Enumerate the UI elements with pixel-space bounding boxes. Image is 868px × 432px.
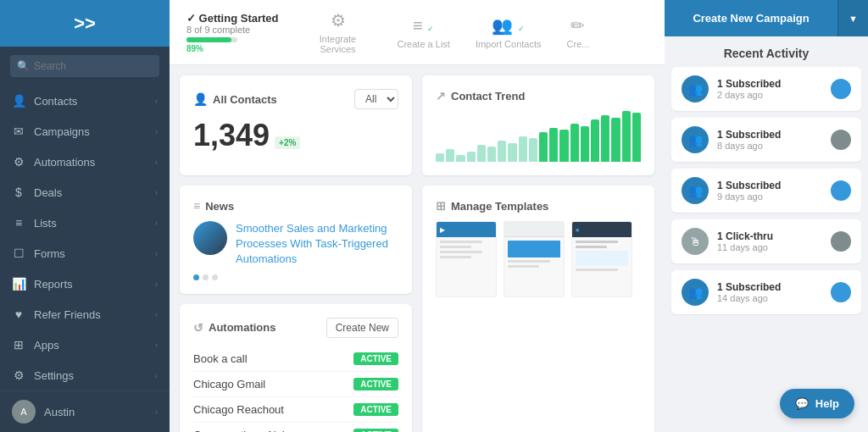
automation-name-2: Chicago Gmail — [193, 378, 265, 390]
sidebar-item-settings[interactable]: ⚙ Settings › — [0, 360, 170, 390]
sidebar-search-container: 🔍 — [0, 47, 170, 86]
trend-bar — [581, 126, 589, 162]
trend-bar — [487, 147, 496, 162]
refer-label: Refer Friends — [34, 308, 101, 321]
activity-avatar-4 — [831, 231, 851, 252]
sidebar-logo[interactable]: >> — [0, 0, 170, 47]
gs-step-create[interactable]: ✏ Cre... — [567, 15, 590, 49]
apps-label: Apps — [34, 339, 59, 352]
activity-info-1: 1 Subscribed 2 days ago — [717, 78, 822, 100]
activity-info-5: 1 Subscribed 14 days ago — [717, 281, 822, 303]
automations-label: Automations — [34, 156, 95, 169]
trend-bar — [467, 152, 476, 162]
integrate-label: Integrate Services — [304, 34, 372, 54]
activity-type-2: 1 Subscribed — [717, 129, 822, 141]
activity-time-3: 9 days ago — [717, 191, 822, 202]
news-content: Smoother Sales and Marketing Processes W… — [193, 221, 398, 268]
help-label: Help — [815, 397, 839, 410]
template-thumb-3[interactable]: ■ — [571, 221, 632, 297]
automation-item-4: Conversations Alpha ACTIVE — [193, 423, 398, 432]
automation-name-3: Chicago Reachout — [193, 403, 284, 416]
getting-started-info: ✓ Getting Started 8 of 9 complete 89% — [186, 12, 279, 53]
contacts-filter-select[interactable]: All — [354, 89, 398, 109]
activity-icon-1: 👥 — [682, 75, 709, 102]
sidebar-item-apps[interactable]: ⊞ Apps › — [0, 330, 170, 360]
gs-step-integrate[interactable]: ⚙ Integrate Services — [304, 10, 372, 54]
automations-card: ↺ Automations Create New Book a call ACT… — [180, 304, 412, 432]
news-dots — [193, 274, 398, 280]
progress-fill — [186, 37, 231, 42]
lists-icon: ≡ — [12, 216, 25, 230]
trend-bar — [498, 141, 506, 162]
sidebar-user[interactable]: A Austin › — [0, 390, 170, 432]
campaigns-label: Campaigns — [34, 125, 90, 138]
integrate-icon: ⚙ — [331, 10, 346, 30]
news-dot-2[interactable] — [203, 274, 209, 280]
activity-item-2: 👥 1 Subscribed 8 days ago — [671, 118, 861, 162]
template-thumb-1[interactable]: ▶ — [436, 221, 497, 297]
activity-avatar-2 — [831, 130, 851, 150]
forms-label: Forms — [34, 247, 65, 260]
deals-chevron-icon: › — [155, 188, 158, 197]
sidebar-item-forms[interactable]: ☐ Forms › — [0, 238, 170, 269]
create-list-icon: ≡ ✓ — [413, 16, 434, 36]
news-dot-3[interactable] — [212, 274, 218, 280]
activity-icon-5: 👥 — [682, 279, 709, 306]
trend-bar — [446, 149, 454, 162]
trend-bar — [477, 145, 486, 162]
activity-type-5: 1 Subscribed — [717, 281, 822, 293]
templates-icon: ⊞ — [436, 199, 446, 213]
automations-card-title: Automations — [209, 321, 275, 334]
news-icon: ≡ — [193, 199, 200, 213]
progress-bar — [186, 37, 237, 42]
automation-status-3: ACTIVE — [353, 403, 398, 416]
forms-chevron-icon: › — [155, 249, 158, 258]
sidebar-item-reports[interactable]: 📊 Reports › — [0, 269, 170, 299]
automation-status-2: ACTIVE — [353, 378, 398, 390]
activity-item-4: 🖱 1 Click-thru 11 days ago — [671, 219, 861, 263]
automations-list: Book a call ACTIVE Chicago Gmail ACTIVE … — [193, 346, 398, 432]
progress-percent: 89% — [186, 44, 279, 53]
create-campaign-button[interactable]: Create New Campaign — [665, 0, 837, 36]
automation-item-3: Chicago Reachout ACTIVE — [193, 397, 398, 423]
create-campaign-dropdown-button[interactable]: ▼ — [837, 0, 868, 36]
gs-step-import[interactable]: 👥 ✓ Import Contacts — [476, 15, 542, 49]
trend-icon: ↗ — [436, 89, 446, 102]
logo-chevron-icon: >> — [74, 13, 96, 35]
sidebar-item-automations[interactable]: ⚙ Automations › — [0, 147, 170, 177]
all-contacts-title: All Contacts — [213, 93, 277, 106]
contacts-label: Contacts — [34, 95, 77, 108]
contacts-number: 1,349 — [193, 118, 270, 153]
dashboard-grid: 👤 All Contacts All 1,349 +2% ↗ Contact T… — [170, 65, 665, 432]
template-thumb-2[interactable] — [504, 221, 565, 297]
automations-create-button[interactable]: Create New — [326, 318, 398, 338]
refer-icon: ♥ — [12, 307, 25, 321]
activity-info-4: 1 Click-thru 11 days ago — [717, 230, 822, 252]
reports-chevron-icon: › — [155, 280, 158, 289]
trend-bar — [632, 113, 641, 162]
trend-bar — [570, 124, 579, 162]
contacts-card-icon: 👤 — [193, 92, 208, 106]
help-button[interactable]: 💬 Help — [780, 389, 854, 418]
sidebar-item-contacts[interactable]: 👤 Contacts › — [0, 86, 170, 116]
news-article-title[interactable]: Smoother Sales and Marketing Processes W… — [236, 221, 398, 268]
gs-step-create-list[interactable]: ≡ ✓ Create a List — [398, 16, 450, 49]
search-input[interactable] — [10, 55, 159, 77]
news-dot-1[interactable] — [193, 274, 199, 280]
sidebar-item-deals[interactable]: $ Deals › — [0, 177, 170, 208]
contacts-badge: +2% — [275, 136, 300, 149]
manage-templates-card: ⊞ Manage Templates ▶ — [422, 186, 654, 432]
activity-item-5: 👥 1 Subscribed 14 days ago — [671, 270, 861, 314]
apps-chevron-icon: › — [155, 341, 158, 350]
automation-name-1: Book a call — [193, 352, 248, 365]
reports-label: Reports — [34, 278, 73, 291]
sidebar-nav: 👤 Contacts › ✉ Campaigns › ⚙ Automations… — [0, 86, 170, 390]
sidebar-item-refer[interactable]: ♥ Refer Friends › — [0, 299, 170, 330]
activity-item-1: 👥 1 Subscribed 2 days ago — [671, 67, 861, 111]
search-icon: 🔍 — [17, 60, 30, 72]
sidebar-item-lists[interactable]: ≡ Lists › — [0, 208, 170, 238]
getting-started-subtitle: 8 of 9 complete — [186, 25, 279, 35]
sidebar-item-campaigns[interactable]: ✉ Campaigns › — [0, 116, 170, 147]
activity-info-2: 1 Subscribed 8 days ago — [717, 129, 822, 151]
activity-type-3: 1 Subscribed — [717, 180, 822, 191]
